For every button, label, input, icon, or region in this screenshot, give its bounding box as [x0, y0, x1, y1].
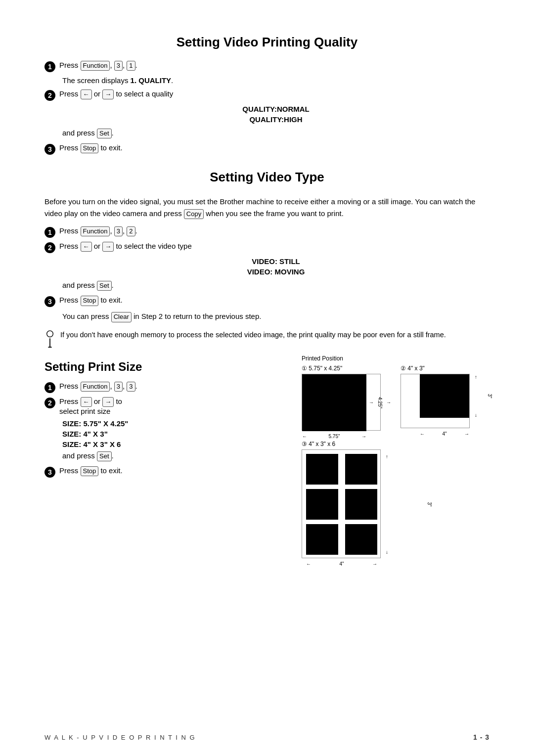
step-number: 3 [44, 467, 55, 478]
key-3: 3 [114, 382, 123, 392]
diagram3-caption: ③ 4" x 3" x 6 [302, 441, 490, 447]
note-content: If you don't have enough memory to proce… [60, 329, 446, 340]
section3-step1: 1 Press Function, 3, 3. [44, 382, 287, 393]
section1-step2: 2 Press ← or → to select a quality [44, 89, 490, 101]
section3-and-press: and press Set. [62, 451, 287, 461]
section2-step3: 3 Press Stop to exit. [44, 296, 490, 307]
section2-and-press: and press Set. [62, 281, 490, 291]
arrow-right-key: → [102, 242, 114, 252]
arrow-left-key: ← [81, 89, 92, 99]
note-icon [44, 330, 55, 348]
diagram-item2: ② 4" x 3" ← 4" → ↑ 3" ↓ [400, 365, 490, 431]
section2-step2: 2 Press ← or → to select the video type [44, 242, 490, 253]
footer-left: W A L K - U P V I D E O P R I N T I N G [44, 734, 196, 741]
video-still-option: VIDEO: STILL [62, 257, 490, 266]
set-key: Set [97, 129, 112, 138]
arrow-left-key: ← [81, 242, 92, 252]
key-3: 3 [114, 226, 123, 236]
section3-step2: 2 Press ← or → toselect print size [44, 397, 287, 415]
step-number: 3 [44, 296, 55, 307]
key-2: 2 [127, 226, 135, 236]
diagram-label: Printed Position [302, 355, 490, 362]
diagram-item3: ③ 4" x 3" x 6 ← 4" → [302, 441, 490, 558]
key-1: 1 [127, 61, 135, 71]
screen-display-text: The screen displays 1. QUALITY. [62, 76, 490, 85]
stop-key: Stop [81, 143, 99, 153]
diagram1-caption: ① 5.75" x 4.25" [302, 365, 391, 372]
step-number: 3 [44, 144, 55, 155]
section2-title: Setting Video Type [44, 170, 490, 185]
print-size-diagram: Printed Position ① 5.75" x 4.25" ← 5.75"… [302, 355, 490, 558]
step1-text: Press [59, 61, 81, 69]
section1-and-press: and press Set. [62, 129, 490, 138]
footer-page: 1 - 3 [473, 733, 490, 741]
step-number: 2 [44, 90, 55, 101]
section1-step1: 1 Press Function, 3, 1. [44, 61, 490, 72]
copy-key: Copy [184, 209, 204, 219]
stop-key: Stop [81, 296, 99, 306]
stop-key: Stop [81, 466, 99, 476]
section1-title: Setting Video Printing Quality [44, 35, 490, 50]
set-key: Set [97, 281, 112, 291]
section2-body: Before you turn on the video signal, you… [44, 196, 490, 220]
section2-step1: 1 Press Function, 3, 2. [44, 226, 490, 238]
quality-high-option: QUALITY:HIGH [62, 115, 490, 124]
diagram-item1: ① 5.75" x 4.25" ← 5.75" → ↓ [302, 365, 391, 431]
memory-note: If you don't have enough memory to proce… [44, 329, 490, 348]
step-number: 1 [44, 61, 55, 72]
step-number: 1 [44, 227, 55, 238]
diagram2-caption: ② 4" x 3" [400, 365, 490, 372]
size-option1: SIZE: 5.75" X 4.25" [62, 419, 287, 428]
function-key: Function [81, 382, 110, 392]
step-number: 2 [44, 398, 55, 408]
key-3: 3 [114, 61, 123, 71]
arrow-right-key: → [102, 89, 114, 99]
function-key: Function [81, 226, 110, 236]
step-number: 2 [44, 242, 55, 253]
clear-key: Clear [111, 312, 132, 322]
size-option3: SIZE: 4" X 3" X 6 [62, 440, 287, 448]
page-footer: W A L K - U P V I D E O P R I N T I N G … [0, 733, 534, 741]
size-option2: SIZE: 4" X 3" [62, 430, 287, 438]
arrow-right-key: → [102, 397, 114, 407]
quality-normal-option: QUALITY:NORMAL [62, 105, 490, 113]
section3-title: Setting Print Size [44, 360, 287, 374]
step-number: 1 [44, 382, 55, 393]
video-moving-option: VIDEO: MOVING [62, 267, 490, 276]
clear-note-text: You can press Clear in Step 2 to return … [62, 312, 490, 322]
svg-point-0 [47, 330, 53, 337]
set-key: Set [97, 451, 112, 461]
section3-step3: 3 Press Stop to exit. [44, 466, 287, 478]
section1-step3: 3 Press Stop to exit. [44, 143, 490, 155]
arrow-left-key: ← [81, 397, 92, 407]
key-3b: 3 [127, 382, 135, 392]
function-key: Function [81, 61, 110, 71]
